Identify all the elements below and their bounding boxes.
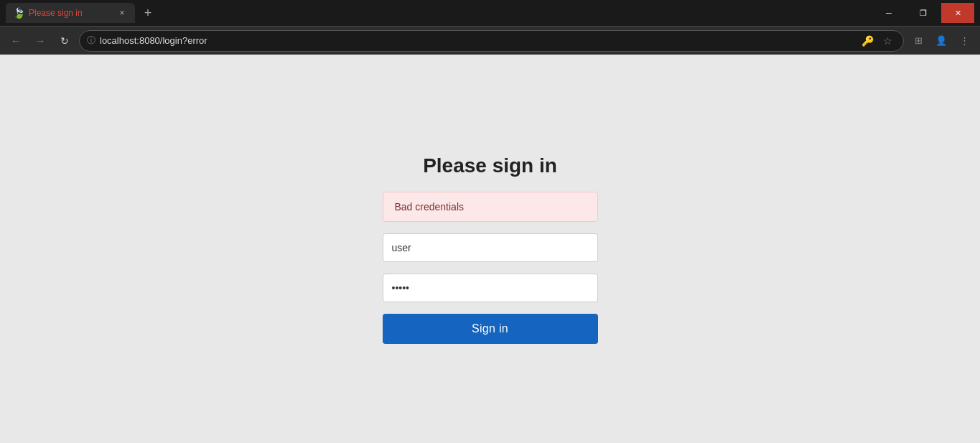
error-message-text: Bad credentials xyxy=(395,201,465,213)
menu-button[interactable]: ⋮ xyxy=(954,31,974,51)
address-bar-wrapper: ⓘ 🔑 ☆ xyxy=(79,30,904,52)
bookmark-icon[interactable]: ☆ xyxy=(879,32,896,50)
extensions-button[interactable]: ⊞ xyxy=(908,31,928,51)
minimize-button[interactable]: ─ xyxy=(872,3,905,23)
page-title: Please sign in xyxy=(423,154,557,177)
window-controls: ─ ❐ ✕ xyxy=(872,3,974,23)
login-form-container: Please sign in Bad credentials Sign in xyxy=(383,154,598,344)
reload-button[interactable]: ↻ xyxy=(55,31,75,51)
key-icon: 🔑 xyxy=(859,32,876,50)
page-content: Please sign in Bad credentials Sign in xyxy=(0,55,980,443)
tab-title: Please sign in xyxy=(29,8,112,18)
nav-extra: ⊞ 👤 ⋮ xyxy=(908,31,974,51)
security-icon: ⓘ xyxy=(87,34,95,47)
forward-button[interactable]: → xyxy=(30,31,50,51)
username-input[interactable] xyxy=(383,233,598,262)
profile-button[interactable]: 👤 xyxy=(931,31,951,51)
restore-button[interactable]: ❐ xyxy=(907,3,940,23)
error-banner: Bad credentials xyxy=(383,192,598,222)
address-bar-actions: 🔑 ☆ xyxy=(859,32,896,50)
password-input[interactable] xyxy=(383,274,598,302)
browser-tab-active[interactable]: 🍃 Please sign in × xyxy=(6,3,135,23)
new-tab-button[interactable]: + xyxy=(138,3,158,23)
tab-favicon-icon: 🍃 xyxy=(13,7,24,19)
tab-close-button[interactable]: × xyxy=(116,7,128,19)
tab-bar: 🍃 Please sign in × + ─ ❐ ✕ xyxy=(0,0,980,26)
back-button[interactable]: ← xyxy=(6,31,26,51)
close-window-button[interactable]: ✕ xyxy=(941,3,974,23)
address-input[interactable] xyxy=(100,35,854,46)
sign-in-button[interactable]: Sign in xyxy=(383,314,598,344)
nav-bar: ← → ↻ ⓘ 🔑 ☆ ⊞ 👤 ⋮ xyxy=(0,26,980,55)
browser-chrome: 🍃 Please sign in × + ─ ❐ ✕ ← → ↻ ⓘ 🔑 ☆ ⊞… xyxy=(0,0,980,55)
